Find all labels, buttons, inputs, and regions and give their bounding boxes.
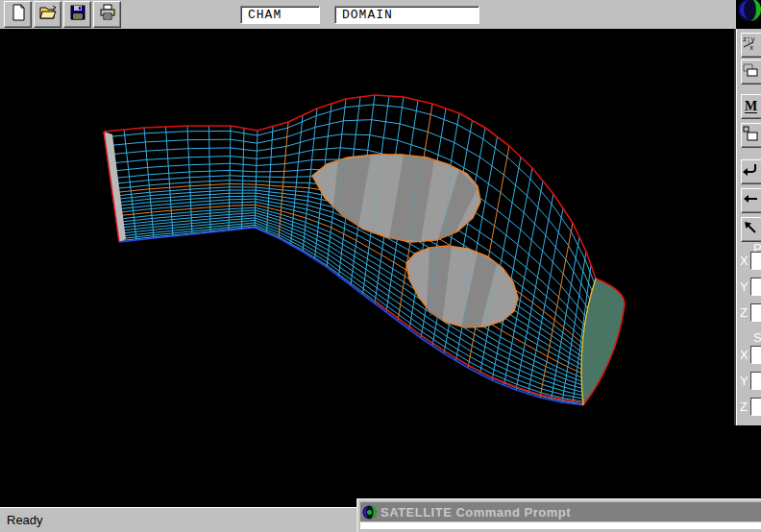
save-floppy-icon bbox=[68, 3, 87, 26]
size-x-input[interactable] bbox=[750, 346, 761, 364]
coord-ratio-button[interactable]: z¦y x bbox=[741, 33, 761, 58]
satellite-window-body bbox=[360, 522, 761, 529]
size-z-input[interactable] bbox=[750, 398, 761, 416]
logo-corner bbox=[736, 0, 761, 29]
print-icon bbox=[98, 3, 117, 26]
position-y-label: Y bbox=[740, 280, 749, 293]
position-z-input[interactable] bbox=[750, 303, 761, 322]
size-x-label: X bbox=[740, 349, 749, 361]
arrow-bend-left-icon bbox=[742, 161, 759, 182]
windows-cascade-button[interactable] bbox=[741, 123, 761, 148]
viewport-outline-button[interactable] bbox=[741, 60, 761, 85]
size-y-label: Y bbox=[740, 375, 749, 387]
svg-text:x: x bbox=[749, 44, 753, 52]
status-text: Ready bbox=[7, 513, 43, 527]
position-z-label: Z bbox=[740, 306, 748, 319]
arrow-up-left-icon bbox=[742, 219, 759, 240]
menu-button[interactable]: M bbox=[741, 94, 761, 119]
domain-title-field[interactable] bbox=[334, 6, 479, 24]
application-window: z¦y x M bbox=[0, 0, 761, 532]
satellite-title-bar[interactable]: SATELLITE Command Prompt bbox=[360, 502, 761, 521]
satellite-window-title: SATELLITE Command Prompt bbox=[380, 505, 571, 520]
status-bar: Ready bbox=[0, 507, 357, 532]
satellite-command-window[interactable]: SATELLITE Command Prompt bbox=[356, 498, 761, 532]
arrow-left-icon bbox=[742, 190, 759, 211]
coord-ratio-icon: z¦y x bbox=[742, 35, 759, 56]
satellite-globe-icon bbox=[362, 505, 377, 520]
position-x-label: X bbox=[740, 254, 749, 267]
arrow-left-button[interactable] bbox=[741, 188, 761, 213]
new-file-button[interactable] bbox=[4, 1, 32, 28]
size-z-label: Z bbox=[740, 400, 748, 413]
position-y-input[interactable] bbox=[750, 278, 761, 296]
position-x-input[interactable] bbox=[750, 252, 761, 270]
size-group-header: S bbox=[753, 331, 761, 344]
side-panel: z¦y x M bbox=[736, 29, 761, 425]
size-y-input[interactable] bbox=[750, 372, 761, 390]
mesh-viewport[interactable] bbox=[0, 29, 736, 507]
new-file-icon bbox=[9, 3, 28, 26]
viewport-outline-icon bbox=[742, 61, 759, 83]
mesh-svg bbox=[0, 29, 736, 507]
arrow-up-left-button[interactable] bbox=[741, 217, 761, 242]
windows-cascade-icon bbox=[742, 125, 759, 146]
case-name-field[interactable] bbox=[240, 6, 320, 24]
save-button[interactable] bbox=[63, 1, 91, 28]
toolbar bbox=[0, 0, 737, 30]
open-folder-icon bbox=[38, 3, 58, 26]
print-button[interactable] bbox=[93, 1, 121, 28]
open-file-button[interactable] bbox=[34, 1, 61, 28]
arrow-bend-left-button[interactable] bbox=[741, 159, 761, 184]
menu-m-icon: M bbox=[745, 100, 757, 113]
